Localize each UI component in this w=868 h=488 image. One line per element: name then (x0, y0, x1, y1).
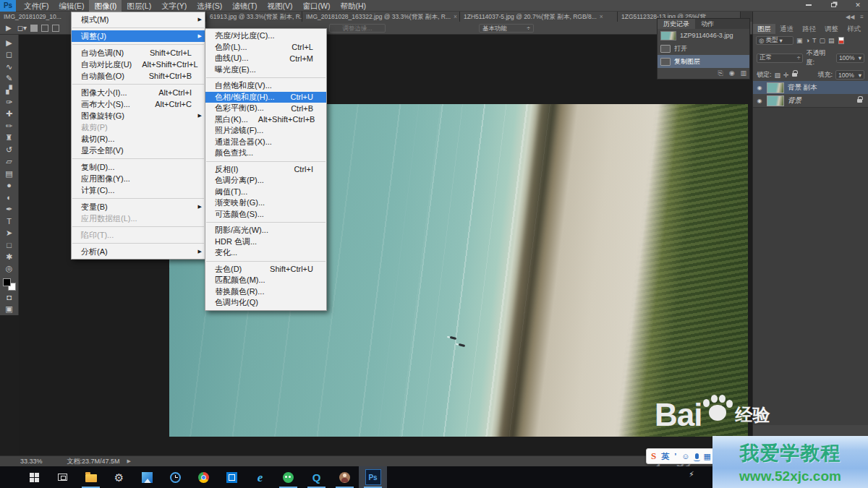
tab-paths[interactable]: 路径 (798, 24, 820, 34)
quick-mask-button[interactable]: ◘ (1, 291, 17, 303)
history-state-duplicate-layer[interactable]: 复制图层 (658, 55, 749, 68)
menu-item-equalize[interactable]: 色调均化(Q) (205, 297, 326, 309)
menu-item-invert[interactable]: 反相(I)Ctrl+I (205, 164, 326, 176)
lasso-tool[interactable]: ∿ (1, 61, 17, 72)
doc-tab-4[interactable]: 1ZH5114037-5.jpg @ 20.7%(背景 副本, RGB/8...… (460, 12, 618, 22)
pen-tool[interactable]: ✒ (1, 203, 17, 215)
menu-select[interactable]: 选择(S) (192, 0, 227, 12)
add-selection-icon[interactable] (41, 25, 48, 32)
new-document-from-state-icon[interactable]: ⎘ (718, 69, 723, 77)
restore-button[interactable] (826, 1, 841, 9)
layer-background-copy[interactable]: ◉ 背景 副本 (753, 81, 868, 94)
taskbar-qq-browser[interactable]: Q (302, 466, 331, 488)
type-tool[interactable]: T (1, 215, 17, 227)
menu-item-brightness-contrast[interactable]: 亮度/对比度(C)... (205, 30, 326, 42)
close-button[interactable]: ✕ (851, 1, 865, 9)
taskbar-wechat[interactable] (274, 466, 302, 488)
move-tool[interactable]: ▶ (1, 37, 17, 48)
emoji-icon[interactable]: ☺ (681, 452, 689, 461)
menu-item-gradient-map[interactable]: 渐变映射(G)... (205, 197, 326, 209)
quick-select-tool[interactable]: ✎ (1, 72, 17, 84)
menu-item-mode[interactable]: 模式(M)▶ (72, 14, 205, 25)
menu-item-hdr-toning[interactable]: HDR 色调... (205, 236, 326, 248)
keyboard-icon[interactable]: ▦ (704, 452, 711, 461)
healing-brush-tool[interactable]: ✚ (1, 108, 17, 120)
taskbar-task-view[interactable] (48, 466, 77, 488)
close-tab-icon[interactable]: × (600, 12, 603, 22)
status-options-arrow-icon[interactable]: ▶ (127, 458, 131, 464)
brush-tool[interactable]: ✏ (1, 120, 17, 132)
menu-item-curves[interactable]: 曲线(U)...Ctrl+M (205, 53, 326, 64)
menu-item-levels[interactable]: 色阶(L)...Ctrl+L (205, 42, 326, 53)
history-snapshot-row[interactable]: 1ZP9114046-3.jpg (658, 29, 749, 42)
delete-state-icon[interactable]: ▥ (740, 69, 746, 77)
menu-item-desaturate[interactable]: 去色(D)Shift+Ctrl+U (205, 264, 326, 275)
tab-adjustments[interactable]: 调整 (820, 24, 843, 34)
zoom-tool[interactable]: ◎ (1, 262, 17, 274)
sogou-logo-icon[interactable]: S (651, 450, 656, 462)
eyedropper-tool[interactable]: ✑ (1, 96, 17, 108)
new-selection-icon[interactable] (30, 25, 38, 32)
menu-item-analysis[interactable]: 分析(A)▶ (72, 246, 205, 257)
collapse-panels-icon[interactable]: ◀◀ (846, 14, 854, 20)
taskbar-photos[interactable] (133, 466, 161, 488)
blend-mode-dropdown[interactable]: 正常 ÷ (757, 53, 803, 63)
menu-file[interactable]: 文件(F) (19, 0, 54, 12)
history-state-open[interactable]: 打开 (658, 42, 749, 55)
menu-item-adjustments[interactable]: 调整(J)▶ (72, 30, 205, 42)
menu-item-apply-image[interactable]: 应用图像(Y)... (72, 173, 205, 184)
menu-item-replace-color[interactable]: 替换颜色(R)... (205, 286, 326, 298)
menu-item-posterize[interactable]: 色调分离(P)... (205, 175, 326, 187)
menu-item-vibrance[interactable]: 自然饱和度(V)... (205, 80, 326, 92)
menu-item-calculations[interactable]: 计算(C)... (72, 184, 205, 196)
opacity-dropdown[interactable]: 100% ▾ (836, 53, 864, 63)
menu-item-variations[interactable]: 变化... (205, 247, 326, 259)
taskbar-internet-explorer[interactable]: e (246, 466, 274, 488)
photoshop-logo[interactable]: Ps (0, 0, 16, 12)
tab-history[interactable]: 历史记录 (658, 19, 695, 29)
menu-item-photo-filter[interactable]: 照片滤镜(F)... (205, 125, 326, 137)
menu-item-black-white[interactable]: 黑白(K)...Alt+Shift+Ctrl+B (205, 114, 326, 126)
marquee-tool[interactable]: ◻ (1, 48, 17, 60)
filter-smart-objects-icon[interactable]: ▤ (828, 37, 835, 44)
taskbar-microsoft-store[interactable] (218, 466, 246, 488)
menu-item-auto-contrast[interactable]: 自动对比度(U)Alt+Shift+Ctrl+L (72, 59, 205, 70)
path-select-tool[interactable]: ➤ (1, 227, 17, 239)
menu-item-reveal-all[interactable]: 显示全部(V) (72, 145, 205, 156)
minimize-button[interactable] (801, 1, 816, 9)
menu-item-canvas-size[interactable]: 画布大小(S)...Alt+Ctrl+C (72, 98, 205, 110)
taskbar-settings[interactable]: ⚙ (105, 466, 133, 488)
close-tab-icon[interactable]: × (454, 12, 457, 22)
menu-item-color-lookup[interactable]: 颜色查找... (205, 147, 326, 159)
menu-item-image-size[interactable]: 图像大小(I)...Alt+Ctrl+I (72, 87, 205, 98)
menu-item-exposure[interactable]: 曝光度(E)... (205, 64, 326, 76)
taskbar-contacts[interactable] (331, 466, 359, 488)
menu-item-color-balance[interactable]: 色彩平衡(B)...Ctrl+B (205, 103, 326, 114)
microphone-icon[interactable] (695, 453, 699, 459)
menu-layer[interactable]: 图层(L) (122, 0, 156, 12)
subtract-selection-icon[interactable] (52, 25, 59, 32)
eraser-tool[interactable]: ▱ (1, 155, 17, 167)
layer-filter-type-dropdown[interactable]: ◎ 类型 ▾ (756, 36, 793, 45)
tab-layers[interactable]: 图层 (753, 24, 775, 34)
refine-edge-button[interactable]: 调整边缘... (329, 24, 386, 33)
lock-position-icon[interactable]: ✛ (783, 72, 789, 79)
history-brush-tool[interactable]: ↺ (1, 144, 17, 155)
layer-visibility-icon[interactable]: ◉ (756, 98, 763, 104)
menu-item-trim[interactable]: 裁切(R)... (72, 133, 205, 145)
taskbar-chrome[interactable] (190, 466, 218, 488)
menu-item-auto-color[interactable]: 自动颜色(O)Shift+Ctrl+B (72, 70, 205, 82)
tab-styles[interactable]: 样式 (843, 24, 865, 34)
menu-item-shadows-highlights[interactable]: 阴影/高光(W)... (205, 225, 326, 236)
menu-item-auto-tone[interactable]: 自动色调(N)Shift+Ctrl+L (72, 47, 205, 59)
workspace-switcher[interactable]: 基本功能 ÷ (479, 24, 534, 33)
menu-edit[interactable]: 编辑(E) (54, 0, 89, 12)
doc-tab-2[interactable]: 61913.jpg @ 33.3%(背景 副本, R... × (205, 12, 302, 22)
menu-type[interactable]: 文字(Y) (156, 0, 192, 12)
dodge-tool[interactable]: ◐ (1, 192, 17, 203)
taskbar-file-explorer[interactable] (77, 466, 105, 488)
fill-dropdown[interactable]: 100% ▾ (835, 70, 864, 80)
screen-mode-button[interactable]: ▣ (1, 304, 17, 315)
taskbar-photoshop[interactable]: Ps (359, 466, 387, 488)
crop-tool[interactable]: ▞ (1, 85, 17, 96)
